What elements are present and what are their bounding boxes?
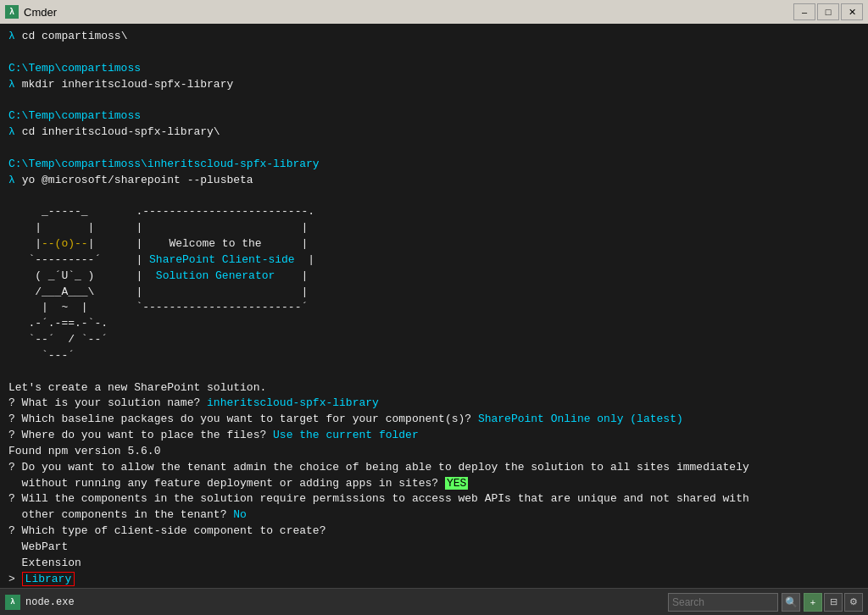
terminal-line: ? Do you want to allow the tenant admin … <box>8 460 860 476</box>
terminal-line: WebPart <box>8 540 860 556</box>
terminal-line <box>8 92 860 108</box>
terminal-line: ? Which baseline packages do you want to… <box>8 412 860 428</box>
search-input[interactable] <box>672 596 757 608</box>
title-bar-left: λ Cmder <box>5 5 57 19</box>
terminal-line: ? Where do you want to place the files? … <box>8 428 860 444</box>
terminal-line: Let's create a new SharePoint solution. <box>8 380 860 396</box>
terminal-line: C:\Temp\compartimoss\inheritscloud-spfx-… <box>8 157 860 173</box>
maximize-button[interactable]: □ <box>817 3 839 20</box>
terminal-line: other components in the tenant? No <box>8 507 860 524</box>
close-button[interactable]: ✕ <box>841 3 863 20</box>
terminal-line <box>8 188 860 204</box>
ascii-art-figure: _-----_ | | |--(o)--| `---------´ ( _´U`… <box>8 204 121 363</box>
ascii-art-section: _-----_ | | |--(o)--| `---------´ ( _´U`… <box>8 204 860 363</box>
terminal-line: λ yo @microsoft/sharepoint --plusbeta <box>8 173 860 189</box>
status-bar: λ node.exe 🔍 + ⊟ ⚙ <box>0 588 868 615</box>
terminal-line: Found npm version 5.6.0 <box>8 444 860 460</box>
split-button[interactable]: ⊟ <box>824 593 843 612</box>
search-box[interactable] <box>668 593 778 612</box>
terminal-line: ? Will the components in the solution re… <box>8 491 860 507</box>
status-right: 🔍 + ⊟ ⚙ <box>668 593 863 612</box>
terminal-line: λ cd compartimoss\ <box>8 29 860 45</box>
terminal-line <box>8 45 860 61</box>
search-button[interactable]: 🔍 <box>782 593 800 612</box>
toolbar-group: + ⊟ ⚙ <box>804 593 863 612</box>
app-icon: λ <box>5 5 19 19</box>
status-icon: λ <box>5 595 20 610</box>
terminal-line: Extension <box>8 556 860 572</box>
terminal-line: λ cd inheritscloud-spfx-library\ <box>8 125 860 141</box>
terminal-line: without running any feature deployment o… <box>8 476 860 492</box>
terminal-output: λ cd compartimoss\ C:\Temp\compartimoss … <box>0 24 868 588</box>
terminal-line <box>8 141 860 157</box>
settings-button[interactable]: ⚙ <box>844 593 863 612</box>
terminal-line: C:\Temp\compartimoss <box>8 61 860 77</box>
process-name: node.exe <box>25 596 75 608</box>
terminal-line: ? What is your solution name? inheritscl… <box>8 396 860 412</box>
terminal-line-selected: > Library <box>8 572 860 588</box>
terminal-line <box>8 364 860 380</box>
title-bar: λ Cmder – □ ✕ <box>0 0 868 24</box>
terminal-line: C:\Temp\compartimoss <box>8 108 860 125</box>
terminal-line: ? Which type of client-side component to… <box>8 524 860 540</box>
status-left: λ node.exe <box>5 595 75 610</box>
add-tab-button[interactable]: + <box>804 593 822 612</box>
window-controls: – □ ✕ <box>793 3 863 20</box>
terminal-line: λ mkdir inheritscloud-spfx-library <box>8 77 860 93</box>
minimize-button[interactable]: – <box>793 3 815 20</box>
window-title: Cmder <box>24 6 57 19</box>
welcome-box: .-------------------------. | | | Welcom… <box>130 204 314 316</box>
